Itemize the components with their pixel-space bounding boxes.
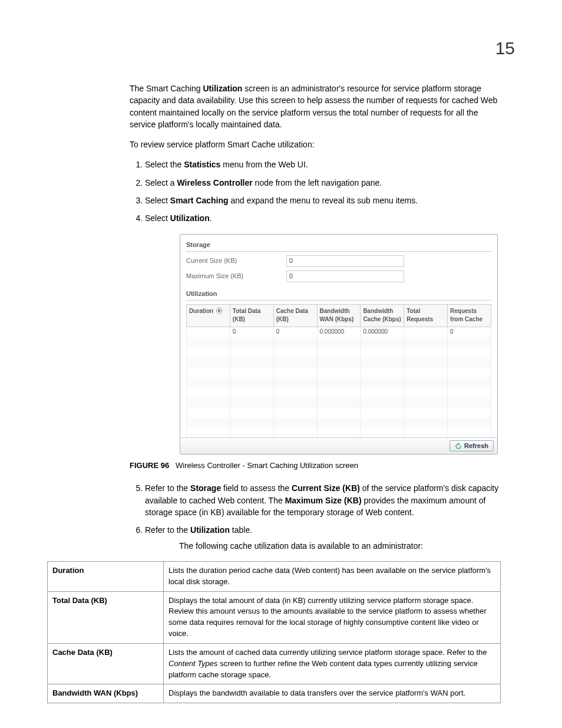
figure-caption: FIGURE 96 Wireless Controller - Smart Ca… [130, 460, 504, 472]
col-req-cache[interactable]: Requests from Cache [448, 304, 491, 327]
desc-label-duration: Duration [48, 561, 164, 591]
desc-text-duration: Lists the duration period cache data (We… [164, 561, 501, 591]
table-row: Total Data (KB) Displays the total amoun… [48, 591, 501, 643]
step-4: Select Utilization. [145, 212, 504, 224]
max-size-input[interactable]: 0 [286, 271, 404, 282]
table-row [187, 427, 491, 437]
current-size-label: Current Size (KB) [186, 256, 286, 266]
col-bw-cache[interactable]: Bandwidth Cache (Kbps) [361, 304, 404, 327]
steps-list-continued: Refer to the Storage field to assess the… [130, 482, 504, 551]
table-row [187, 337, 491, 347]
col-cache-data[interactable]: Cache Data (KB) [273, 304, 317, 327]
toolbar: Refresh [180, 437, 497, 454]
col-total-req[interactable]: Total Requests [404, 304, 448, 327]
max-size-row: Maximum Size (KB) 0 [186, 271, 491, 282]
step-5: Refer to the Storage field to assess the… [145, 482, 504, 518]
refresh-icon [455, 443, 462, 450]
table-row [187, 357, 491, 367]
desc-text-bwwan: Displays the bandwidth available to data… [164, 684, 501, 703]
page-number: 15 [495, 35, 515, 61]
description-table: Duration Lists the duration period cache… [47, 561, 501, 703]
desc-label-cachedata: Cache Data (KB) [48, 643, 164, 684]
step-3: Select Smart Caching and expand the menu… [145, 195, 504, 206]
table-row [187, 377, 491, 387]
intro-bold: Utilization [203, 84, 243, 93]
steps-list: Select the Statistics menu from the Web … [130, 159, 504, 224]
intro-pre: The Smart Caching [130, 84, 203, 93]
current-size-input[interactable]: 0 [286, 255, 404, 267]
table-row [187, 417, 491, 427]
desc-text-cachedata: Lists the amount of cached data currentl… [164, 643, 501, 684]
utilization-group-title: Utilization [186, 288, 491, 301]
refresh-label: Refresh [464, 442, 488, 451]
intro-paragraph: The Smart Caching Utilization screen is … [130, 83, 504, 130]
col-total-data[interactable]: Total Data (KB) [230, 304, 273, 327]
table-row[interactable]: 0 0 0.000000 0.000000 0 [187, 327, 491, 337]
step-2: Select a Wireless Controller node from t… [145, 177, 504, 189]
current-size-row: Current Size (KB) 0 [186, 255, 491, 267]
table-row: Bandwidth WAN (Kbps) Displays the bandwi… [48, 684, 501, 703]
utilization-screenshot: Storage Current Size (KB) 0 Maximum Size… [180, 234, 498, 455]
table-row: Cache Data (KB) Lists the amount of cach… [48, 643, 501, 684]
max-size-label: Maximum Size (KB) [186, 272, 286, 281]
storage-group-title: Storage [186, 239, 491, 252]
table-row [187, 367, 491, 377]
table-row [187, 387, 491, 397]
figure-label: FIGURE 96 [130, 461, 169, 470]
step-1: Select the Statistics menu from the Web … [145, 159, 504, 170]
sort-indicator-icon [216, 308, 222, 314]
step-6: Refer to the Utilization table. The foll… [145, 524, 504, 552]
desc-label-totaldata: Total Data (KB) [48, 591, 164, 643]
col-duration[interactable]: Duration [187, 304, 230, 327]
figure-text: Wireless Controller - Smart Caching Util… [176, 461, 358, 470]
table-row [187, 397, 491, 407]
desc-text-totaldata: Displays the total amount of data (in KB… [164, 591, 501, 643]
col-bw-wan[interactable]: Bandwidth WAN (Kbps) [317, 304, 361, 327]
table-row: Duration Lists the duration period cache… [48, 561, 501, 591]
desc-label-bwwan: Bandwidth WAN (Kbps) [48, 684, 164, 703]
review-line: To review service platform Smart Cache u… [130, 139, 504, 150]
table-row [187, 347, 491, 357]
utilization-table: Duration Total Data (KB) Cache Data (KB)… [186, 304, 491, 437]
table-row [187, 407, 491, 417]
step-6-sub: The following cache utilization data is … [179, 540, 504, 552]
refresh-button[interactable]: Refresh [449, 440, 494, 452]
